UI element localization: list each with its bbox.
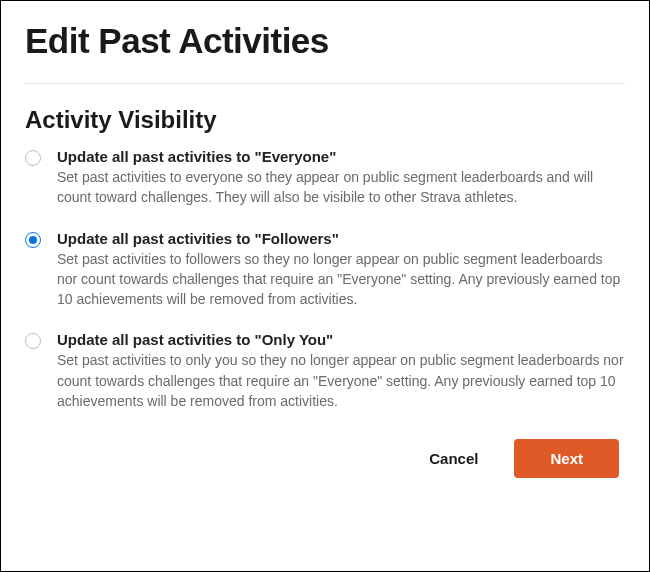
- option-body: Update all past activities to "Only You"…: [57, 331, 625, 411]
- option-only-you: Update all past activities to "Only You"…: [25, 331, 625, 411]
- section-title: Activity Visibility: [25, 106, 625, 134]
- radio-everyone[interactable]: [25, 150, 41, 166]
- button-row: Cancel Next: [25, 439, 625, 478]
- options-list: Update all past activities to "Everyone"…: [25, 148, 625, 411]
- next-button[interactable]: Next: [514, 439, 619, 478]
- option-everyone: Update all past activities to "Everyone"…: [25, 148, 625, 208]
- option-body: Update all past activities to "Everyone"…: [57, 148, 625, 208]
- option-followers: Update all past activities to "Followers…: [25, 230, 625, 310]
- option-label-followers[interactable]: Update all past activities to "Followers…: [57, 230, 625, 247]
- page-title: Edit Past Activities: [25, 21, 625, 61]
- option-label-only-you[interactable]: Update all past activities to "Only You": [57, 331, 625, 348]
- radio-followers[interactable]: [25, 232, 41, 248]
- option-label-everyone[interactable]: Update all past activities to "Everyone": [57, 148, 625, 165]
- cancel-button[interactable]: Cancel: [421, 440, 486, 477]
- option-desc: Set past activities to followers so they…: [57, 249, 625, 310]
- divider: [25, 83, 625, 84]
- radio-only-you[interactable]: [25, 333, 41, 349]
- option-desc: Set past activities to only you so they …: [57, 350, 625, 411]
- option-desc: Set past activities to everyone so they …: [57, 167, 625, 208]
- option-body: Update all past activities to "Followers…: [57, 230, 625, 310]
